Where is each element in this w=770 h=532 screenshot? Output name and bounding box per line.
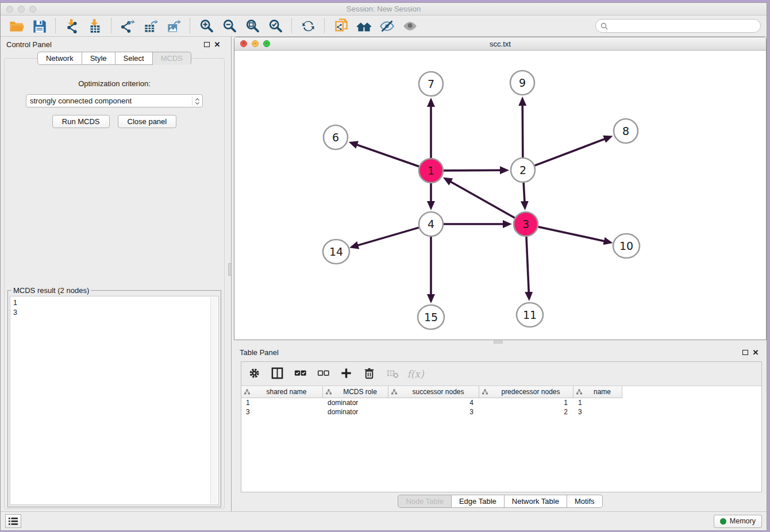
graph-edge-2-8[interactable]: [535, 137, 610, 166]
graph-node-14[interactable]: 14: [323, 240, 349, 264]
deselect-all-button[interactable]: [316, 367, 331, 381]
table-cell[interactable]: 1: [573, 398, 622, 407]
search-box[interactable]: [595, 19, 761, 33]
table-cell[interactable]: 3: [388, 407, 479, 417]
export-table-button[interactable]: [141, 17, 160, 34]
import-table-button[interactable]: [85, 17, 105, 34]
graph-node-11[interactable]: 11: [517, 303, 543, 327]
graph-edge-3-1[interactable]: [446, 179, 515, 218]
column-header-name[interactable]: name: [573, 386, 622, 398]
optimization-select[interactable]: strongly connected component: [26, 94, 203, 107]
search-icon: [600, 22, 608, 30]
columns-button[interactable]: [270, 367, 285, 381]
graph-node-10[interactable]: 10: [613, 234, 640, 258]
zoom-out-button[interactable]: [220, 17, 239, 34]
mcds-result-text[interactable]: 13: [10, 296, 219, 505]
task-history-button[interactable]: [5, 514, 21, 528]
table-cell[interactable]: 3: [241, 407, 323, 417]
graph-node-15[interactable]: 15: [418, 305, 444, 329]
import-network-button[interactable]: [62, 17, 82, 34]
close-panel-button[interactable]: Close panel: [118, 115, 177, 128]
refresh-button[interactable]: [298, 17, 318, 34]
table-row[interactable]: 1dominator411: [241, 398, 761, 407]
graph-edge-3-10[interactable]: [538, 227, 609, 242]
network-canvas[interactable]: 7968124314101511: [234, 51, 766, 340]
tab-edge-table[interactable]: Edge Table: [452, 495, 505, 508]
optimization-label: Optimization criterion:: [78, 79, 151, 88]
graph-node-8[interactable]: 8: [614, 119, 638, 143]
delete-column-icon: [363, 367, 376, 380]
table-cell[interactable]: 2: [479, 407, 573, 417]
node-label: 11: [523, 309, 537, 321]
float-panel-icon[interactable]: [202, 40, 212, 49]
export-network-button[interactable]: [118, 17, 137, 34]
ndex-button[interactable]: [331, 17, 351, 34]
open-file-button[interactable]: [6, 17, 26, 34]
table-cell[interactable]: 4: [388, 398, 479, 407]
graph-node-1[interactable]: 1: [419, 159, 443, 183]
panel-splitter[interactable]: [228, 37, 234, 511]
graph-node-7[interactable]: 7: [419, 72, 443, 96]
table-splitter-grabber[interactable]: [494, 341, 503, 344]
table-cell[interactable]: 1: [479, 398, 573, 407]
delete-column-button[interactable]: [362, 367, 377, 381]
graph-edge-4-14[interactable]: [353, 228, 419, 246]
close-panel-icon[interactable]: ✕: [212, 40, 222, 49]
splitter-grabber[interactable]: [228, 263, 232, 276]
table-cell[interactable]: dominator: [323, 407, 388, 417]
column-header-MCDS-role[interactable]: MCDS role: [323, 386, 388, 398]
table-cell[interactable]: dominator: [323, 398, 388, 407]
graph-node-2[interactable]: 2: [511, 158, 535, 182]
memory-button[interactable]: Memory: [714, 515, 762, 528]
list-icon: [9, 518, 18, 525]
tab-node-table[interactable]: Node Table: [398, 495, 452, 508]
run-mcds-button[interactable]: Run MCDS: [52, 115, 110, 128]
tab-motifs[interactable]: Motifs: [567, 495, 603, 508]
tab-mcds[interactable]: MCDS: [153, 52, 191, 65]
column-header-shared-name[interactable]: shared name: [241, 386, 323, 398]
control-panel-title: Control Panel: [6, 40, 52, 49]
graph-edge-1-2[interactable]: [444, 170, 506, 171]
graph-edge-2-9[interactable]: [522, 100, 523, 157]
tab-select[interactable]: Select: [116, 52, 153, 65]
result-scrollbar[interactable]: [210, 297, 218, 504]
tab-network[interactable]: Network: [37, 52, 82, 65]
table-splitter[interactable]: [234, 340, 767, 345]
main-toolbar: [1, 16, 767, 37]
network-title: scc.txt: [234, 40, 766, 48]
graph-node-6[interactable]: 6: [324, 125, 348, 149]
graph-node-4[interactable]: 4: [419, 212, 443, 236]
table-row[interactable]: 3dominator323: [241, 407, 761, 417]
table-panel: Table Panel ✕ f(x) shared name MCDS role…: [234, 345, 767, 511]
float-table-panel-icon[interactable]: [740, 348, 750, 357]
column-header-predecessor-nodes[interactable]: predecessor nodes: [479, 386, 573, 398]
select-all-button[interactable]: [293, 367, 308, 381]
hide-eye-button[interactable]: [377, 17, 396, 34]
graph-edge-2-3[interactable]: [523, 183, 525, 207]
control-panel: Control Panel ✕ NetworkStyleSelectMCDS O…: [1, 37, 228, 511]
export-image-button[interactable]: [164, 17, 183, 34]
add-column-button[interactable]: [339, 367, 354, 381]
column-header-successor-nodes[interactable]: successor nodes: [388, 386, 479, 398]
zoom-fit-button[interactable]: [242, 17, 262, 34]
tab-network-table[interactable]: Network Table: [505, 495, 567, 508]
eye-button[interactable]: [400, 17, 419, 34]
graph-edge-1-6[interactable]: [352, 143, 419, 167]
network-graph[interactable]: 7968124314101511: [234, 51, 766, 340]
graph-node-9[interactable]: 9: [510, 71, 534, 95]
save-session-button[interactable]: [29, 17, 49, 34]
tab-style[interactable]: Style: [82, 52, 116, 65]
toolbar-separator: [190, 18, 190, 33]
search-input[interactable]: [611, 22, 756, 30]
zoom-selected-button[interactable]: [265, 17, 285, 34]
zoom-selected-icon: [268, 18, 283, 34]
graph-node-3[interactable]: 3: [514, 212, 538, 236]
zoom-in-button[interactable]: [197, 17, 216, 34]
table-cell[interactable]: 3: [573, 407, 622, 417]
node-label: 2: [519, 164, 526, 176]
close-table-panel-icon[interactable]: ✕: [750, 348, 761, 357]
table-cell[interactable]: 1: [241, 398, 323, 407]
gear-button[interactable]: [247, 367, 262, 381]
graph-edge-3-11[interactable]: [526, 237, 529, 298]
home-button[interactable]: [354, 17, 374, 34]
